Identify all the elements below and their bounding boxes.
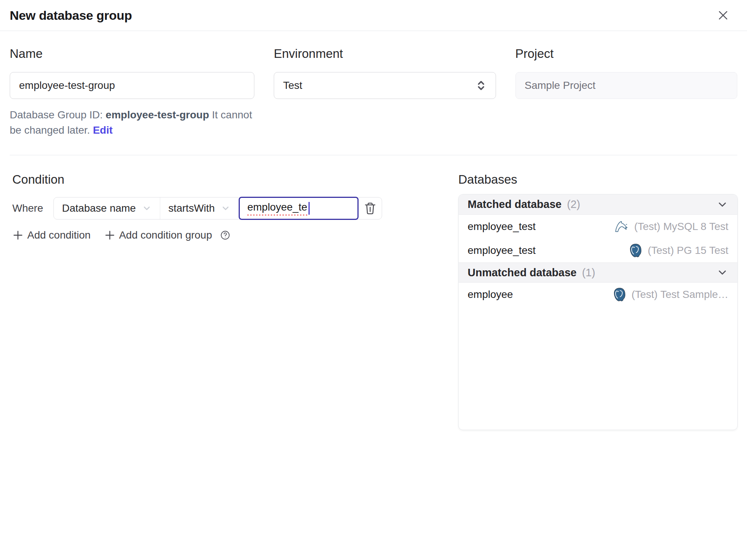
select-updown-icon [475,79,487,92]
databases-section: Databases Matched database (2) employee_… [458,172,738,430]
dialog-header: New database group [0,0,747,31]
section-divider [10,155,737,155]
form-grid: Name Database Group ID: employee-test-gr… [10,47,737,138]
database-instance: (Test) PG 15 Test [629,243,728,258]
name-field-group: Name Database Group ID: employee-test-gr… [10,47,254,138]
add-condition-group-label: Add condition group [119,229,212,241]
edit-group-id-link[interactable]: Edit [93,124,113,136]
condition-row: Where Database name startsWith employee_… [12,197,458,220]
trash-icon [363,201,377,216]
text-caret [309,202,310,215]
matched-database-label: Matched database [468,198,561,210]
database-row[interactable]: employee_test (Test) PG 15 Test [459,239,737,262]
databases-panel: Matched database (2) employee_test (Test… [458,194,738,430]
database-instance-label: (Test) PG 15 Test [648,245,728,256]
matched-database-count: (2) [567,198,580,210]
database-row[interactable]: employee (Test) Test Sample… [459,283,737,307]
close-icon [717,9,729,22]
name-input[interactable] [10,72,254,99]
group-id-note: Database Group ID: employee-test-group I… [10,107,254,138]
add-condition-label: Add condition [27,229,91,241]
database-instance: (Test) Test Sample… [613,287,728,302]
database-row[interactable]: employee_test (Test) MySQL 8 Test [459,215,737,239]
chevron-down-icon [716,267,728,279]
mysql-icon [614,220,629,233]
condition-section: Condition Where Database name startsWith… [10,172,458,241]
add-condition-button[interactable]: Add condition [12,229,91,241]
condition-operator-value: startsWith [168,202,215,214]
chevron-down-icon [142,203,152,213]
condition-operator-select[interactable]: startsWith [160,197,239,219]
add-condition-group-button[interactable]: Add condition group [104,229,231,241]
condition-field-select[interactable]: Database name [54,197,160,219]
database-name: employee [468,289,513,301]
condition-field-value: Database name [62,202,136,214]
environment-label: Environment [274,47,496,61]
database-name: employee_test [468,221,536,233]
project-label: Project [515,47,738,61]
postgresql-icon [629,243,642,258]
help-button[interactable] [220,230,231,241]
plus-icon [104,230,115,241]
group-id-value: employee-test-group [106,109,209,121]
database-instance: (Test) MySQL 8 Test [614,220,728,233]
condition-expression: Database name startsWith employee_te [53,197,382,220]
environment-field-group: Environment Test [274,47,496,138]
database-instance-label: (Test) Test Sample… [632,289,728,301]
condition-value-text: employee_te [247,201,307,216]
postgresql-icon [613,287,626,302]
condition-heading: Condition [12,172,458,187]
project-input [515,72,738,99]
matched-database-header[interactable]: Matched database (2) [459,195,737,215]
group-id-note-prefix: Database Group ID: [10,109,106,121]
name-label: Name [10,47,254,61]
environment-selected-value: Test [283,80,302,91]
database-instance-label: (Test) MySQL 8 Test [634,221,728,233]
database-name: employee_test [468,245,536,256]
unmatched-database-header[interactable]: Unmatched database (1) [459,262,737,283]
condition-value-input[interactable]: employee_te [239,197,359,220]
help-circle-icon [220,230,231,241]
dialog-title: New database group [10,8,132,23]
databases-heading: Databases [458,172,738,187]
chevron-down-icon [221,203,230,213]
project-field-group: Project [515,47,738,138]
close-button[interactable] [714,6,732,24]
plus-icon [12,230,24,241]
unmatched-database-count: (1) [582,267,595,279]
condition-actions: Add condition Add condition group [12,229,458,241]
delete-condition-button[interactable] [359,197,382,219]
environment-select[interactable]: Test [274,72,496,99]
chevron-down-icon [716,199,728,211]
where-label: Where [12,202,53,214]
unmatched-database-label: Unmatched database [468,267,577,279]
